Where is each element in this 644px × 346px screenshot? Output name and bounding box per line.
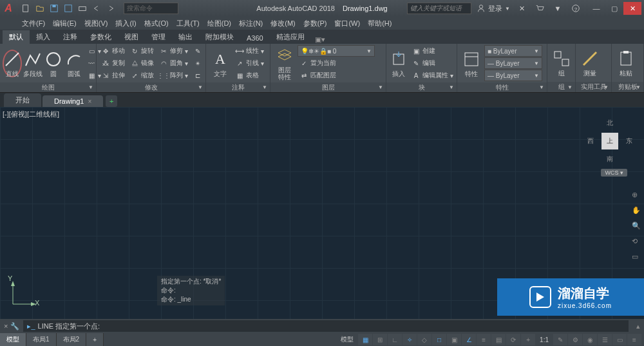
lineweight-toggle-icon[interactable]: ≡: [477, 334, 491, 345]
scale-display[interactable]: 1:1: [536, 336, 553, 343]
create-block-button[interactable]: ▣创建: [410, 45, 455, 57]
drawing-canvas[interactable]: [-][俯视][二维线框] 北 南 东 西 上 WCS ▾ ⊕ ✋ 🔍 ⟲ ▭ …: [0, 107, 644, 332]
cycling-icon[interactable]: ⟳: [506, 334, 520, 345]
fullnav-icon[interactable]: ⊕: [632, 191, 642, 201]
redo-icon[interactable]: [104, 2, 117, 15]
measure-button[interactable]: 测量: [578, 49, 601, 77]
make-current-button[interactable]: ✓置为当前: [298, 57, 338, 69]
move-button[interactable]: ✥移动: [99, 45, 127, 57]
menu-param[interactable]: 参数(P): [301, 19, 330, 28]
panel-layer-title[interactable]: 图层▼: [270, 82, 386, 92]
tab-parametric[interactable]: 参数化: [84, 30, 118, 44]
menu-draw[interactable]: 绘图(D): [205, 19, 234, 28]
array-button[interactable]: ⋮⋮阵列▾: [157, 70, 190, 81]
app-logo[interactable]: A: [0, 0, 17, 17]
grid-toggle-icon[interactable]: ▦: [358, 334, 372, 345]
zoom-icon[interactable]: 🔍: [632, 222, 642, 232]
cleanscreen-icon[interactable]: ▭: [612, 334, 627, 345]
circle-button[interactable]: 圆: [44, 50, 63, 77]
panel-annot-title[interactable]: 注释▼: [206, 82, 270, 92]
tab-insert[interactable]: 插入: [30, 30, 57, 44]
tab-featured[interactable]: 精选应用: [270, 30, 311, 44]
command-search[interactable]: 搜索命令: [124, 3, 178, 14]
panel-draw-title[interactable]: 绘图▼: [0, 82, 96, 92]
keyword-search[interactable]: 键入关键字或短语: [407, 3, 471, 14]
view-cube[interactable]: 北 南 东 西 上: [587, 119, 632, 164]
new-tab-button[interactable]: +: [106, 95, 117, 107]
tab-layout2[interactable]: 布局2: [57, 333, 87, 346]
layer-props-button[interactable]: 图层 特性: [273, 46, 296, 81]
osnap-toggle-icon[interactable]: □: [432, 334, 446, 345]
new-icon[interactable]: [19, 2, 32, 15]
viewcube-north[interactable]: 北: [607, 119, 613, 128]
help-icon[interactable]: ?: [569, 2, 582, 15]
panel-block-title[interactable]: 块▼: [386, 82, 457, 92]
workspace-icon[interactable]: ⚙: [568, 334, 582, 345]
tab-addins[interactable]: 附加模块: [199, 30, 240, 44]
saveas-icon[interactable]: [62, 2, 75, 15]
table-button[interactable]: ▦表格: [233, 70, 266, 81]
maximize-button[interactable]: ▢: [605, 2, 623, 15]
linetype-combo[interactable]: — ByLayer▼: [484, 70, 542, 81]
fillet-button[interactable]: ◠圆角▾: [157, 57, 190, 69]
menu-dim[interactable]: 标注(N): [236, 19, 265, 28]
exchange-icon[interactable]: ✕: [515, 2, 528, 15]
open-icon[interactable]: [33, 2, 46, 15]
lineweight-combo[interactable]: — ByLayer▼: [484, 57, 542, 69]
3dosnap-icon[interactable]: ▣: [447, 334, 461, 345]
annomonitor-icon[interactable]: +: [521, 334, 535, 345]
panel-modify-title[interactable]: 修改▼: [97, 82, 205, 92]
properties-button[interactable]: 特性: [460, 50, 483, 77]
save-icon[interactable]: [48, 2, 61, 15]
panel-clip-title[interactable]: 剪贴板▼: [612, 82, 643, 92]
tab-default[interactable]: 默认: [3, 30, 30, 44]
showmotion-icon[interactable]: ▭: [632, 253, 642, 263]
ribbon-expander-icon[interactable]: ▣▾: [315, 35, 325, 44]
tab-annotate[interactable]: 注释: [57, 30, 84, 44]
cart-icon[interactable]: [533, 2, 546, 15]
tab-a360[interactable]: A360: [240, 32, 270, 44]
minimize-button[interactable]: —: [587, 2, 605, 15]
viewcube-top[interactable]: 上: [601, 133, 618, 149]
hardware-icon[interactable]: ◉: [583, 334, 597, 345]
close-button[interactable]: ✕: [623, 2, 641, 15]
panel-props-title[interactable]: 特性▼: [457, 82, 547, 92]
arc-button[interactable]: 圆弧: [64, 50, 84, 77]
text-button[interactable]: A 文字: [209, 50, 232, 77]
trim-button[interactable]: ✂修剪▾: [157, 45, 190, 57]
snap-toggle-icon[interactable]: ⊞: [373, 334, 387, 345]
tab-manage[interactable]: 管理: [145, 30, 172, 44]
menu-format[interactable]: 格式(O): [142, 19, 171, 28]
viewcube-east[interactable]: 东: [626, 137, 632, 146]
viewcube-south[interactable]: 南: [607, 155, 613, 164]
scale-button[interactable]: ⤢缩放: [128, 70, 156, 81]
line-button[interactable]: 直线: [3, 50, 22, 77]
menu-window[interactable]: 窗口(W): [332, 19, 363, 28]
insert-block-button[interactable]: 插入: [389, 50, 408, 77]
status-model[interactable]: 模型: [337, 335, 357, 344]
tab-model[interactable]: 模型: [0, 333, 26, 346]
login-button[interactable]: 登录 ▼: [477, 4, 510, 14]
help-dropdown-icon[interactable]: ▼: [551, 2, 564, 15]
menu-view[interactable]: 视图(V): [82, 19, 111, 28]
menu-help[interactable]: 帮助(H): [365, 19, 394, 28]
dim-linear-button[interactable]: ⟷线性▾: [233, 45, 266, 57]
paste-button[interactable]: 粘贴: [614, 49, 638, 77]
isodraft-icon[interactable]: ◇: [417, 334, 431, 345]
pan-icon[interactable]: ✋: [632, 206, 642, 216]
stretch-button[interactable]: ⇲拉伸: [99, 70, 127, 81]
rotate-button[interactable]: ↻旋转: [128, 45, 156, 57]
tab-output[interactable]: 输出: [172, 30, 199, 44]
erase-icon[interactable]: ✎: [191, 45, 204, 57]
close-tab-icon[interactable]: ×: [88, 98, 91, 105]
menu-insert[interactable]: 插入(I): [113, 19, 138, 28]
viewport-label[interactable]: [-][俯视][二维线框]: [3, 110, 59, 119]
menu-tools[interactable]: 工具(T): [174, 19, 202, 28]
command-input[interactable]: ▸_ LINE 指定第一个点:: [23, 320, 629, 332]
tab-view[interactable]: 视图: [118, 30, 145, 44]
customize-status-icon[interactable]: ≡: [627, 334, 641, 345]
edit-attr-button[interactable]: A编辑属性▾: [410, 70, 455, 81]
explode-icon[interactable]: ✴: [191, 57, 204, 69]
match-layer-button[interactable]: ⇄匹配图层: [298, 70, 338, 81]
layer-combo[interactable]: 💡❄☀🔒■ 0▼: [298, 45, 375, 57]
